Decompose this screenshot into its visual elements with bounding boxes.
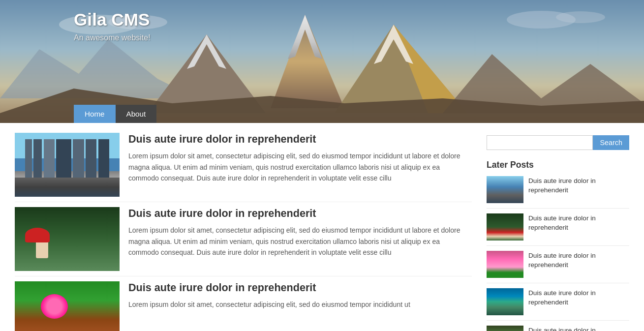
post-thumbnail-city	[15, 133, 120, 197]
later-post-thumbnail	[487, 251, 523, 278]
later-post-item: Duis aute irure dolor in reprehenderit	[487, 326, 629, 331]
nav-item-home[interactable]: Home	[74, 105, 116, 123]
later-post-title[interactable]: Duis aute irure dolor in reprehenderit	[528, 176, 629, 203]
post-excerpt: Lorem ipsum dolor sit amet, consectetur …	[128, 299, 472, 310]
later-post-item: Duis aute irure dolor in reprehenderit	[487, 176, 629, 209]
main-nav: Home About	[74, 105, 156, 123]
later-post-thumbnail	[487, 176, 523, 203]
main-content: Duis aute irure dolor in reprehenderit L…	[0, 123, 644, 331]
sidebar: Search Later Posts Duis aute irure dolor…	[487, 133, 629, 331]
post-item: Duis aute irure dolor in reprehenderit L…	[15, 133, 472, 202]
site-tagline: An awesome website!	[74, 33, 151, 42]
later-posts-list: Duis aute irure dolor in reprehenderit D…	[487, 176, 629, 331]
post-item: Duis aute irure dolor in reprehenderit L…	[15, 281, 472, 331]
post-thumbnail-mushroom	[15, 207, 120, 271]
post-thumbnail-flower	[15, 281, 120, 331]
later-post-thumbnail	[487, 326, 523, 331]
later-post-title[interactable]: Duis aute irure dolor in reprehenderit	[528, 213, 629, 241]
post-text: Duis aute irure dolor in reprehenderit L…	[128, 207, 472, 271]
site-title: Gila CMS	[74, 10, 151, 30]
post-title[interactable]: Duis aute irure dolor in reprehenderit	[128, 281, 472, 294]
nav-item-about[interactable]: About	[116, 105, 157, 123]
svg-point-14	[556, 11, 605, 23]
header-content: Gila CMS An awesome website!	[74, 10, 151, 42]
post-excerpt: Lorem ipsum dolor sit amet, consectetur …	[128, 150, 472, 184]
search-input[interactable]	[487, 135, 593, 150]
later-post-thumbnail	[487, 288, 523, 315]
later-posts-heading: Later Posts	[487, 160, 629, 170]
post-title[interactable]: Duis aute irure dolor in reprehenderit	[128, 207, 472, 220]
post-title[interactable]: Duis aute irure dolor in reprehenderit	[128, 133, 472, 146]
post-excerpt: Lorem ipsum dolor sit amet, consectetur …	[128, 225, 472, 258]
later-post-thumbnail	[487, 213, 523, 241]
post-text: Duis aute irure dolor in reprehenderit L…	[128, 133, 472, 197]
later-post-title[interactable]: Duis aute irure dolor in reprehenderit	[528, 326, 629, 331]
later-post-item: Duis aute irure dolor in reprehenderit	[487, 213, 629, 246]
post-item: Duis aute irure dolor in reprehenderit L…	[15, 207, 472, 276]
later-post-item: Duis aute irure dolor in reprehenderit	[487, 288, 629, 321]
later-post-item: Duis aute irure dolor in reprehenderit	[487, 251, 629, 283]
later-post-title[interactable]: Duis aute irure dolor in reprehenderit	[528, 288, 629, 315]
later-post-title[interactable]: Duis aute irure dolor in reprehenderit	[528, 251, 629, 278]
post-text: Duis aute irure dolor in reprehenderit L…	[128, 281, 472, 331]
search-widget: Search	[487, 135, 629, 150]
site-header: Gila CMS An awesome website! Home About	[0, 0, 644, 123]
posts-list: Duis aute irure dolor in reprehenderit L…	[15, 133, 472, 331]
search-button[interactable]: Search	[593, 135, 629, 150]
